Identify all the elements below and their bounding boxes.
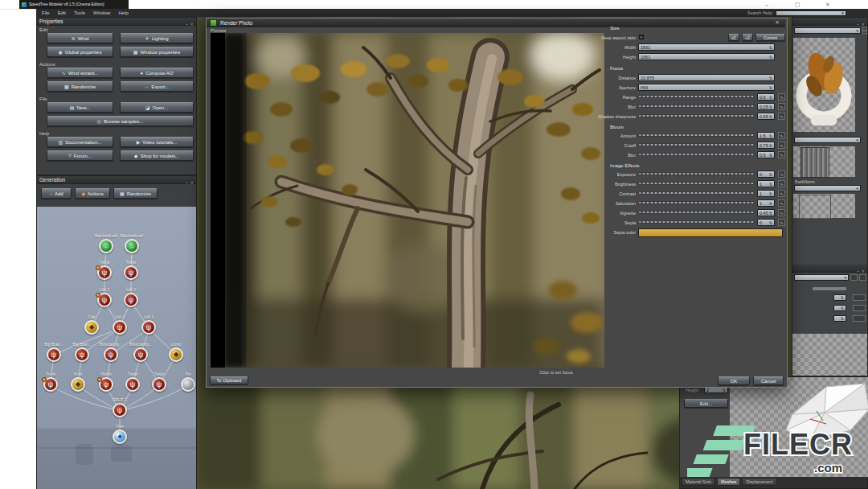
sepia-color-swatch[interactable] [638, 228, 783, 237]
node-graph-canvas[interactable]: BatchedLeaf♧ BatchedLeaf♧ Twigsψ Twigsψ … [37, 207, 196, 489]
minimize-button[interactable]: – [760, 1, 774, 8]
lighting-button[interactable]: ☀Lighting [120, 33, 194, 43]
branch-node-icon[interactable]: ψ [75, 347, 89, 362]
edit-mesh-button[interactable]: Edit... [684, 399, 728, 408]
node-batchedleaf[interactable]: BatchedLeaf♧ [92, 233, 121, 253]
curve-icon[interactable]: ∿ [778, 93, 785, 101]
sepia-slider[interactable] [638, 220, 755, 224]
node-big-branch[interactable]: Big Bran...ψ [68, 342, 96, 362]
leaf-node-icon[interactable]: ♧ [99, 239, 113, 253]
knot-node-icon[interactable]: ◆ [84, 320, 99, 335]
branch-node-icon[interactable]: ψ [43, 377, 58, 392]
knot-node-icon[interactable]: ◆ [169, 347, 183, 362]
wind-wizard-button[interactable]: ∿Wind wizard... [47, 68, 113, 78]
curve-icon[interactable]: ∿ [778, 151, 785, 158]
to-clipboard-button[interactable]: To Clipboard [210, 376, 248, 384]
close-icon[interactable]: ✕ [190, 22, 194, 27]
branch-node-icon[interactable]: ψ [141, 320, 156, 335]
branch-node-icon[interactable]: ψ [113, 403, 127, 417]
randomize-button[interactable]: ▩Randomize [47, 81, 113, 92]
current-size-button[interactable]: Current [755, 34, 785, 41]
window-properties-button[interactable]: ▦Window properties [120, 47, 194, 57]
half-size-button[interactable]: ÷2 [742, 34, 753, 41]
node-pin[interactable]: Pin [174, 372, 196, 392]
node-split-1[interactable]: SPLIT 1ψ [105, 397, 134, 417]
video-tutorials-button[interactable]: ▶Video tutorials... [120, 137, 194, 147]
knot-node-icon[interactable]: ◆ [71, 377, 85, 392]
spinner-icon[interactable]: ⇅ [769, 55, 772, 60]
close-button[interactable]: ✕ [821, 1, 835, 8]
node-lump[interactable]: Lump◆ [162, 342, 190, 362]
menu-window[interactable]: Window [93, 10, 110, 15]
saturation-value[interactable]: 1⇅ [757, 199, 775, 207]
node-bifurcating[interactable]: Bifurcating...ψ [96, 342, 125, 362]
double-size-button[interactable]: x2 [728, 34, 739, 41]
curve-icon[interactable]: ∿ [778, 209, 785, 216]
branch-node-icon[interactable]: ψ [99, 377, 113, 392]
node-roots[interactable]: Rootsψ [92, 372, 121, 392]
bark-texture-thumbnail[interactable] [800, 147, 829, 178]
focus-blur-slider[interactable] [638, 105, 755, 108]
dialog-title-bar[interactable]: Render Photo [207, 18, 785, 27]
curve-icon[interactable]: ∿ [778, 142, 785, 149]
node-twigs[interactable]: Twigsψ [90, 260, 119, 280]
aperture-field[interactable]: f/64⇅ [638, 84, 775, 91]
node-big-branch[interactable]: Big Bran...ψ [39, 342, 68, 362]
focus-blur-value[interactable]: 0.25⇅ [757, 103, 775, 110]
curve-icon[interactable]: ∿ [778, 171, 785, 178]
contrast-slider[interactable] [638, 191, 755, 195]
branch-node-icon[interactable]: ψ [97, 293, 112, 307]
forum-button[interactable]: ?Forum... [47, 150, 113, 161]
range-value[interactable]: 0.5⇅ [757, 93, 775, 101]
subpanel-small-button[interactable] [853, 305, 866, 311]
height-field[interactable]: 1061⇅ [638, 53, 775, 60]
subpanel-field[interactable]: ⇅ [833, 294, 846, 301]
vignette-value[interactable]: 0.45⇅ [757, 209, 775, 216]
vignette-slider[interactable] [638, 211, 755, 214]
saturation-slider[interactable] [638, 201, 755, 204]
spinner-icon[interactable]: ⇅ [769, 85, 772, 90]
curve-icon[interactable]: ∿ [778, 103, 785, 110]
search-help-input[interactable]: ▾ [776, 10, 846, 16]
wind-button[interactable]: ≋Wind [47, 33, 113, 43]
brightness-value[interactable]: 1⇅ [757, 180, 775, 187]
subpanel-dropdown[interactable]: ▾ [794, 274, 849, 281]
pin-icon[interactable]: ▪ [186, 22, 188, 27]
global-properties-button[interactable]: ◉Global properties [47, 47, 113, 57]
add-node-button[interactable]: +Add [41, 188, 72, 199]
menu-file[interactable]: File [42, 10, 50, 15]
subpanel-button[interactable] [859, 274, 866, 281]
node-littl-1[interactable]: Littl 1ψ [105, 314, 134, 335]
tree-node-icon[interactable]: ♣ [113, 429, 127, 444]
width-field[interactable]: 1831⇅ [638, 43, 775, 51]
maximize-button[interactable]: ▢ [790, 1, 805, 8]
pin-icon[interactable]: ▪ [858, 269, 859, 273]
curve-icon[interactable]: ∿ [778, 190, 785, 197]
bloom-blur-value[interactable]: 0.5⇅ [757, 151, 775, 158]
sepia-value[interactable]: 0⇅ [757, 219, 775, 226]
curve-icon[interactable]: ∿ [778, 219, 785, 226]
branch-node-icon[interactable]: ψ [104, 347, 118, 362]
browse-samples-button[interactable]: ◎Browse samples... [47, 116, 194, 126]
subpanel-field[interactable]: ⇅ [833, 305, 846, 311]
bloom-blur-slider[interactable] [638, 153, 755, 156]
close-icon[interactable]: ✕ [190, 180, 194, 185]
pin-node-icon[interactable] [181, 377, 195, 392]
node-bifurcating[interactable]: Bifurcating...ψ [126, 342, 155, 362]
branch-node-icon[interactable]: ψ [124, 265, 138, 280]
cutoff-slider[interactable] [638, 143, 755, 146]
contrast-value[interactable]: 1⇅ [757, 190, 775, 197]
cancel-button[interactable]: Cancel [753, 376, 784, 385]
new-button[interactable]: ▤New... [47, 102, 113, 113]
node-twigs[interactable]: Twigsψ [118, 372, 147, 392]
brightness-slider[interactable] [638, 182, 755, 185]
documentation-button[interactable]: ▥Documentation... [47, 137, 113, 147]
leaf-node-icon[interactable]: ♧ [125, 239, 139, 253]
export-button[interactable]: →Export... [120, 81, 194, 92]
shadow-sharpness-value[interactable]: 0.65⇅ [757, 113, 775, 120]
compute-ao-button[interactable]: ●Compute AO [120, 68, 194, 78]
pin-icon[interactable]: ▪ [858, 22, 859, 27]
shop-for-models-button[interactable]: ◆Shop for models... [120, 150, 194, 161]
cutoff-value[interactable]: 0.75⇅ [757, 142, 775, 149]
branch-node-icon[interactable]: ψ [133, 347, 148, 362]
